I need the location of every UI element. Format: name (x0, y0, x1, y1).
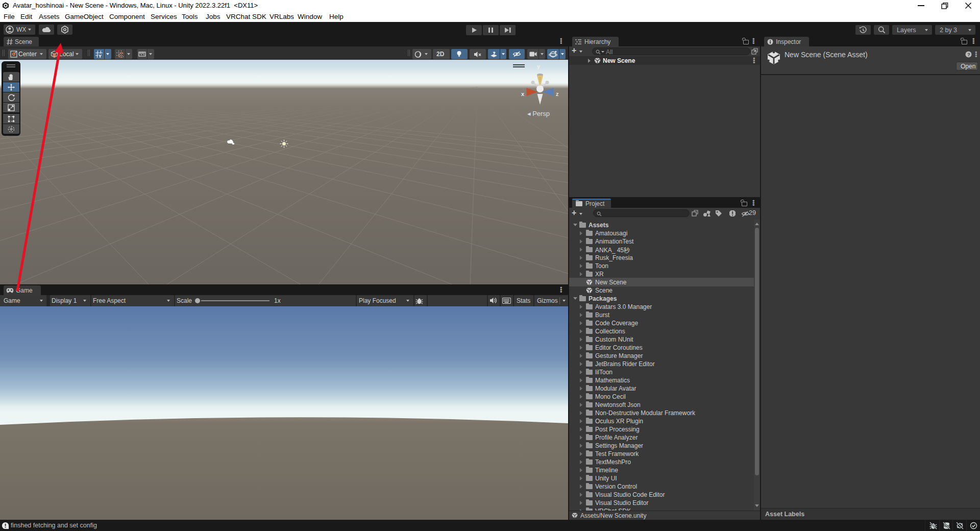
svg-text:z: z (556, 91, 559, 97)
svg-text:?: ? (967, 52, 970, 57)
svg-text:x: x (521, 91, 525, 97)
